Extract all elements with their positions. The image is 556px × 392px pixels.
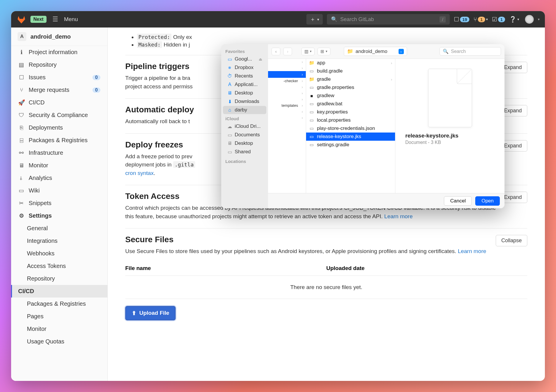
nav-back-button[interactable]: ‹ <box>272 48 280 55</box>
settings-sub-integrations[interactable]: Integrations <box>11 235 107 247</box>
settings-sub-usage-quotas[interactable]: Usage Quotas <box>11 335 107 348</box>
file-item[interactable]: ▭key.properties <box>306 108 395 116</box>
path-dropdown[interactable]: 📁 android_demo ⌄ <box>344 47 407 56</box>
user-avatar[interactable] <box>525 15 534 24</box>
settings-sub-general[interactable]: General <box>11 222 107 235</box>
create-menu-button[interactable]: ＋ ▾ <box>306 14 323 25</box>
favorite-item[interactable]: 🖥Desktop <box>223 89 266 97</box>
col1-row[interactable]: templates › <box>268 102 306 109</box>
col1-row[interactable]: › <box>268 90 306 96</box>
file-item[interactable]: ▭settings.gradle <box>306 141 395 149</box>
file-item[interactable]: ▭local.properties <box>306 116 395 124</box>
col1-row[interactable]: -checker › <box>268 78 306 84</box>
empty-state: There are no secure files yet. <box>125 276 527 299</box>
sidebar-item-snippets[interactable]: ✂Snippets <box>11 197 107 209</box>
favorite-item[interactable]: ⬇Downloads <box>223 97 266 106</box>
favorite-icon: ⌂ <box>227 107 232 113</box>
folder-icon: 📁 <box>347 48 353 54</box>
sidebar-item-settings[interactable]: ⚙Settings <box>11 209 107 222</box>
todos-indicator[interactable]: ☑1 <box>492 16 505 23</box>
secure-files-learn-more-link[interactable]: Learn more <box>458 248 486 254</box>
favorite-item[interactable]: ⎈Dropbox <box>223 63 266 72</box>
dialog-search-input[interactable]: 🔍 Search <box>440 47 501 56</box>
col1-row-selected[interactable]: › <box>268 71 306 78</box>
cancel-button[interactable]: Cancel <box>444 196 472 206</box>
sidebar-item-deployments[interactable]: ⎘Deployments <box>11 121 107 134</box>
project-header[interactable]: A android_demo <box>11 27 107 46</box>
favorite-item[interactable]: AApplicati... <box>223 80 266 89</box>
file-type-icon: ▭ <box>309 142 314 147</box>
sidebar-item-analytics[interactable]: ⫰Analytics <box>11 172 107 184</box>
settings-sub-webhooks[interactable]: Webhooks <box>11 247 107 260</box>
col1-row[interactable]: › <box>268 96 306 102</box>
search-icon: 🔍 <box>331 16 337 23</box>
secure-files-collapse-button[interactable]: Collapse <box>496 235 527 246</box>
nav-icon: 🚀 <box>18 99 25 106</box>
col1-row[interactable]: › <box>268 65 306 71</box>
search-input[interactable]: 🔍 Search GitLab / <box>327 14 450 25</box>
file-type-icon: 📁 <box>309 60 314 66</box>
sidebar-item-monitor[interactable]: 🖥Monitor <box>11 159 107 172</box>
icloud-item[interactable]: 🖥Desktop <box>223 139 266 147</box>
icloud-item[interactable]: ▭Documents <box>223 131 266 139</box>
col1-row[interactable]: › <box>268 59 306 65</box>
col1-row[interactable]: › <box>268 84 306 90</box>
next-badge: Next <box>30 16 47 23</box>
file-type-icon: ▭ <box>309 68 314 74</box>
column-view-button[interactable]: ▥ ▾ <box>301 48 315 55</box>
group-view-button[interactable]: ⊞ ▾ <box>318 48 330 55</box>
favorite-item[interactable]: ⏱Recents <box>223 72 266 80</box>
merge-indicator[interactable]: ⑂1 ▾ <box>473 16 488 23</box>
icloud-icon: ▭ <box>227 132 232 138</box>
file-item[interactable]: ▭build.gradle <box>306 67 395 75</box>
settings-sub-monitor[interactable]: Monitor <box>11 323 107 335</box>
file-item[interactable]: ■gradlew <box>306 92 395 100</box>
file-item[interactable]: ▭gradle.properties <box>306 83 395 92</box>
file-type-icon: ▭ <box>309 126 314 131</box>
nav-forward-button[interactable]: › <box>283 48 292 55</box>
cron-syntax-link[interactable]: cron syntax <box>125 170 154 176</box>
hamburger-icon[interactable]: ☰ <box>52 16 58 23</box>
file-item[interactable]: 📁gradle› <box>306 75 395 83</box>
col1-row[interactable]: › <box>268 115 306 121</box>
icloud-item[interactable]: ☁iCloud Dri... <box>223 122 266 130</box>
sidebar-item-project-information[interactable]: ℹProject information <box>11 46 107 59</box>
settings-sub-ci-cd[interactable]: CI/CD <box>11 285 107 298</box>
issues-indicator[interactable]: ☐19 <box>454 16 470 23</box>
deploy-freezes-title: Deploy freezes <box>125 140 195 149</box>
settings-sub-repository[interactable]: Repository <box>11 272 107 285</box>
settings-sub-packages-registries[interactable]: Packages & Registries <box>11 298 107 310</box>
help-button[interactable]: ❔ ▾ <box>509 16 519 23</box>
col1-row[interactable]: › <box>268 109 306 115</box>
token-access-learn-more-link[interactable]: Learn more <box>384 213 413 219</box>
sidebar-item-wiki[interactable]: ▭Wiki <box>11 184 107 197</box>
gitlab-logo-icon[interactable] <box>16 14 26 24</box>
file-item[interactable]: ▭gradlew.bat <box>306 100 395 108</box>
upload-file-button[interactable]: ⬆ Upload File <box>125 306 176 320</box>
settings-sub-pages[interactable]: Pages <box>11 310 107 323</box>
locations-section-label: Locations <box>221 157 268 165</box>
sidebar-item-infrastructure[interactable]: ⚯Infrastructure <box>11 147 107 159</box>
file-type-icon: ■ <box>309 93 314 98</box>
favorite-item[interactable]: ⌂darby <box>223 106 266 114</box>
file-item[interactable]: 📁app› <box>306 59 395 67</box>
favorites-section-label: Favorites <box>221 47 268 55</box>
sidebar-item-repository[interactable]: ▤Repository <box>11 59 107 71</box>
sidebar-item-packages-registries[interactable]: ⌸Packages & Registries <box>11 134 107 147</box>
file-preview-icon <box>428 69 472 127</box>
preview-filename: release-keystore.jks <box>405 133 459 139</box>
settings-sub-access-tokens[interactable]: Access Tokens <box>11 260 107 272</box>
nav-icon: 🛡 <box>18 112 25 118</box>
icloud-item[interactable]: ▭Shared <box>223 148 266 156</box>
sidebar-item-merge-requests[interactable]: ⑂Merge requests0 <box>11 84 107 96</box>
file-item[interactable]: ▭play-store-credentials.json <box>306 124 395 133</box>
open-button[interactable]: Open <box>475 196 500 206</box>
sidebar-item-ci-cd[interactable]: 🚀CI/CD <box>11 96 107 109</box>
file-item[interactable]: ▭release-keystore.jks <box>306 133 395 141</box>
favorite-item[interactable]: ▭Googl...⏏ <box>223 55 266 63</box>
path-chevron-icon: ⌄ <box>399 49 404 54</box>
sidebar-item-issues[interactable]: ☐Issues0 <box>11 71 107 84</box>
icloud-icon: 🖥 <box>227 141 232 146</box>
menu-label[interactable]: Menu <box>64 16 78 23</box>
sidebar-item-security-compliance[interactable]: 🛡Security & Compliance <box>11 109 107 121</box>
